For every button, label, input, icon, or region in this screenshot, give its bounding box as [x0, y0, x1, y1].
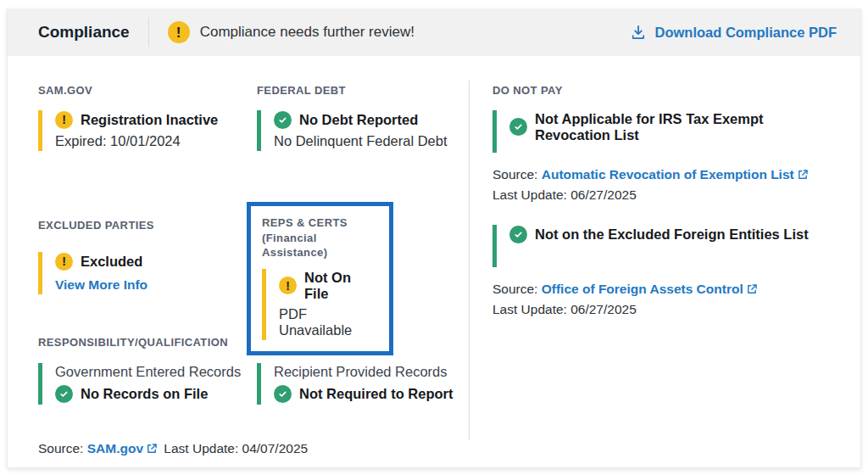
foreign-entities-status: Not on the Excluded Foreign Entities Lis… [535, 226, 809, 243]
download-compliance-pdf-button[interactable]: Download Compliance PDF [630, 24, 837, 41]
irs-source-line: Source: Automatic Revocation of Exemptio… [492, 167, 842, 182]
federal-debt-label: FEDERAL DEBT [257, 83, 469, 98]
external-link-icon [146, 443, 158, 455]
reps-certs-status: Not On File [304, 270, 378, 302]
check-icon [509, 118, 527, 136]
reps-certs-highlight-box: REPS & CERTS (Financial Assistance) ! No… [247, 202, 393, 355]
section-sam-gov: SAM.GOV ! Registration Inactive Expired:… [38, 83, 250, 151]
federal-debt-detail: No Delinquent Federal Debt [274, 133, 469, 149]
irs-tax-exempt-item: Not Applicable for IRS Tax Exempt Revoca… [492, 110, 842, 153]
check-icon [55, 385, 73, 403]
sam-gov-label: SAM.GOV [38, 83, 250, 98]
section-responsibility-qualification: RESPONSIBILITY/QUALIFICATION Government … [38, 335, 469, 405]
panel-header: Compliance ! Compliance needs further re… [8, 8, 860, 56]
check-icon [274, 385, 292, 403]
compliance-alert: ! Compliance needs further review! [168, 21, 415, 43]
section-federal-debt: FEDERAL DEBT No Debt Reported No Delinqu… [257, 83, 469, 151]
recipient-provided-records-title: Recipient Provided Records [274, 364, 465, 380]
government-entered-records-item: Government Entered Records No Records on… [38, 363, 247, 405]
recipient-provided-records-item: Recipient Provided Records Not Required … [257, 363, 465, 405]
sam-gov-status: Registration Inactive [81, 112, 218, 128]
reps-certs-status-item: ! Not On File PDF Unavailable [262, 269, 378, 340]
excluded-parties-label: EXCLUDED PARTIES [38, 218, 242, 233]
federal-debt-status-item: No Debt Reported No Delinquent Federal D… [257, 110, 469, 151]
source-prefix: Source: [492, 167, 537, 182]
external-link-icon [797, 169, 809, 181]
ofac-last-update: Last Update: 06/27/2025 [492, 302, 842, 317]
footer-source-line: Source: SAM.gov Last Update: 04/07/2025 [38, 441, 308, 456]
reps-certs-sublabel: (Financial Assistance) [262, 231, 378, 260]
federal-debt-status: No Debt Reported [299, 112, 418, 128]
header-divider [148, 18, 149, 47]
external-link-icon [746, 283, 758, 295]
government-entered-records-title: Government Entered Records [55, 364, 247, 380]
download-label: Download Compliance PDF [654, 25, 837, 41]
reps-certs-detail: PDF Unavailable [279, 306, 378, 338]
check-icon [274, 111, 292, 129]
warning-icon: ! [55, 253, 73, 271]
check-icon [509, 226, 527, 243]
sam-gov-source-link[interactable]: SAM.gov [87, 441, 143, 455]
alert-text: Compliance needs further review! [200, 24, 415, 41]
irs-tax-exempt-status: Not Applicable for IRS Tax Exempt Revoca… [535, 111, 842, 143]
footer-last-update: Last Update: 04/07/2025 [164, 441, 308, 455]
warning-icon: ! [55, 111, 73, 129]
compliance-panel: Compliance ! Compliance needs further re… [7, 8, 861, 468]
responsibility-label: RESPONSIBILITY/QUALIFICATION [38, 335, 469, 350]
excluded-parties-status-item: ! Excluded View More Info [38, 252, 242, 294]
government-entered-records-status: No Records on File [81, 386, 208, 402]
ofac-source-line: Source: Office of Foreign Assets Control [492, 282, 842, 297]
sam-gov-status-item: ! Registration Inactive Expired: 10/01/2… [38, 110, 250, 151]
do-not-pay-label: DO NOT PAY [492, 83, 842, 98]
automatic-revocation-link[interactable]: Automatic Revocation of Exemption List [542, 167, 794, 182]
foreign-entities-item: Not on the Excluded Foreign Entities Lis… [492, 225, 842, 267]
view-more-info-link[interactable]: View More Info [55, 277, 147, 293]
column-divider [469, 81, 470, 440]
source-prefix: Source: [492, 282, 537, 296]
warning-icon: ! [168, 21, 190, 43]
reps-certs-label: REPS & CERTS [262, 215, 378, 231]
sam-gov-detail: Expired: 10/01/2024 [55, 133, 250, 149]
page-title: Compliance [38, 23, 130, 42]
irs-last-update: Last Update: 06/27/2025 [492, 187, 842, 203]
ofac-link[interactable]: Office of Foreign Assets Control [542, 282, 743, 296]
source-prefix: Source: [38, 441, 83, 455]
recipient-provided-records-status: Not Required to Report [299, 386, 453, 402]
excluded-parties-status: Excluded [81, 254, 142, 270]
warning-icon: ! [279, 277, 297, 294]
section-do-not-pay: DO NOT PAY Not Applicable for IRS Tax Ex… [492, 83, 842, 317]
section-excluded-parties: EXCLUDED PARTIES ! Excluded View More In… [38, 218, 242, 294]
download-icon [630, 24, 647, 41]
